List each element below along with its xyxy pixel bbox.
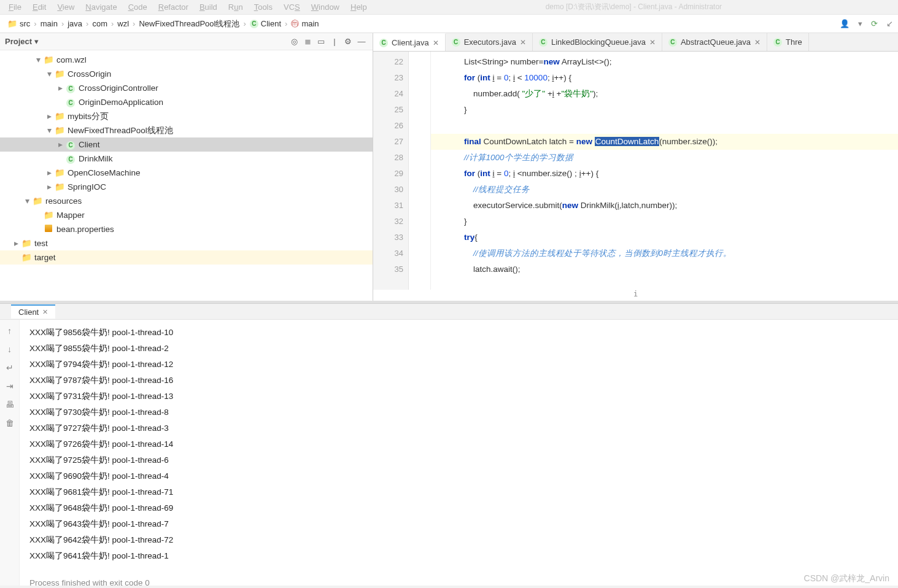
chevron-down-icon[interactable]	[22, 194, 32, 208]
tree-label: OpenCloseMachine	[68, 166, 141, 180]
chevron-right-icon[interactable]	[44, 109, 54, 123]
chevron-right-icon[interactable]	[55, 137, 65, 152]
close-icon[interactable]: ✕	[649, 38, 656, 47]
output-line: XXX喝了9731袋牛奶! pool-1-thread-13	[29, 389, 898, 404]
print-icon[interactable]	[6, 400, 14, 409]
chevron-right-icon[interactable]	[44, 166, 54, 180]
menu-vcs[interactable]: VCS	[279, 1, 305, 13]
run-panel: Client ✕ ⇥ XXX喝了9856袋牛奶! pool-1-thread-1…	[0, 303, 898, 586]
hide-icon[interactable]	[355, 36, 368, 48]
menu-help[interactable]: Help	[346, 1, 372, 13]
project-title[interactable]: Project	[5, 37, 32, 46]
tree-item-mapper[interactable]: 📁Mapper	[0, 208, 373, 222]
line-gutter: 2223242526272829303132333435	[373, 52, 409, 290]
crumb-com[interactable]: com	[90, 18, 110, 29]
tree-item-resources[interactable]: 📁resources	[0, 194, 373, 208]
tree-item-crossorigincontroller[interactable]: CCrossOriginController	[0, 81, 373, 95]
menu-navigate[interactable]: Navigate	[80, 1, 122, 13]
tree-item-springioc[interactable]: 📁SpringIOC	[0, 180, 373, 194]
class-icon: C	[668, 38, 677, 47]
tree-item-origindemoapplication[interactable]: COriginDemoApplication	[0, 95, 373, 109]
chevron-right-icon[interactable]	[11, 236, 21, 250]
crumb-class[interactable]: CClient	[247, 18, 284, 29]
output-line: XXX喝了9643袋牛奶! pool-1-thread-7	[29, 516, 898, 532]
output-line: XXX喝了9727袋牛奶! pool-1-thread-3	[29, 420, 898, 436]
tree-label: mybits分页	[68, 109, 109, 123]
menu-window[interactable]: Window	[306, 1, 344, 13]
tree-item-test[interactable]: 📁test	[0, 236, 373, 250]
user-icon[interactable]	[840, 19, 850, 28]
tab-linkedblockingqueue-java[interactable]: CLinkedBlockingQueue.java✕	[533, 33, 662, 51]
crumb-wzl[interactable]: wzl	[115, 18, 131, 29]
soft-wrap-icon[interactable]	[6, 363, 14, 373]
gear-icon[interactable]	[342, 36, 354, 48]
crumb-src[interactable]: 📁src	[5, 18, 33, 29]
output-line: XXX喝了9690袋牛奶! pool-1-thread-4	[29, 468, 898, 484]
tree-item-client[interactable]: CClient	[0, 137, 373, 152]
tree-item-target[interactable]: 📁target	[0, 250, 373, 265]
scroll-to-end-icon[interactable]: ⇥	[6, 381, 14, 391]
tree-item-mybits-[interactable]: 📁mybits分页	[0, 109, 373, 123]
project-dropdown-icon[interactable]	[34, 37, 39, 46]
menu-file[interactable]: File	[4, 1, 26, 13]
tree-item-drinkmilk[interactable]: CDrinkMilk	[0, 152, 373, 166]
menu-bar: File Edit View Navigate Code Refactor Bu…	[0, 0, 898, 15]
menu-run[interactable]: Run	[223, 1, 248, 13]
run-output[interactable]: XXX喝了9856袋牛奶! pool-1-thread-10XXX喝了9855袋…	[20, 320, 898, 586]
expand-all-icon[interactable]	[301, 36, 314, 48]
tab-abstractqueue-java[interactable]: CAbstractQueue.java✕	[662, 33, 767, 51]
locate-icon[interactable]	[288, 36, 300, 48]
editor-tabbar: CClient.java✕CExecutors.java✕CLinkedBloc…	[373, 33, 898, 52]
chevron-down-icon[interactable]	[44, 67, 54, 81]
down-icon[interactable]	[7, 344, 12, 354]
exit-line: Process finished with exit code 0	[29, 575, 898, 586]
tab-executors-java[interactable]: CExecutors.java✕	[446, 33, 533, 51]
close-icon[interactable]: ✕	[754, 38, 761, 47]
close-icon[interactable]: ✕	[433, 39, 439, 47]
close-icon[interactable]: ✕	[42, 308, 48, 316]
tree-label: com.wzl	[56, 53, 87, 67]
output-line: XXX喝了9726袋牛奶! pool-1-thread-14	[29, 436, 898, 452]
project-tree[interactable]: 📁com.wzl📁CrossOriginCCrossOriginControll…	[0, 50, 373, 301]
reload-icon[interactable]	[871, 19, 878, 28]
output-line: XXX喝了9787袋牛奶! pool-1-thread-16	[29, 373, 898, 389]
code-editor[interactable]: List<String> number=new ArrayList<>(); f…	[431, 52, 898, 290]
chevron-down-icon[interactable]	[33, 53, 43, 67]
code-area: 2223242526272829303132333435 List<String…	[373, 52, 898, 290]
caret-indicator: i	[373, 290, 898, 301]
tab-client-java[interactable]: CClient.java✕	[373, 33, 446, 51]
tree-label: test	[34, 236, 48, 250]
breadcrumb: 📁src main java com wzl NewFixedThreadPoo…	[0, 15, 898, 33]
close-icon[interactable]: ✕	[520, 38, 526, 47]
tree-item-crossorigin[interactable]: 📁CrossOrigin	[0, 67, 373, 81]
crumb-main[interactable]: main	[38, 18, 60, 29]
tab-thre[interactable]: CThre	[767, 33, 809, 51]
menu-refactor[interactable]: Refactor	[153, 1, 193, 13]
tree-item-bean-properties[interactable]: bean.properties	[0, 222, 373, 236]
tree-item-openclosemachine[interactable]: 📁OpenCloseMachine	[0, 166, 373, 180]
tree-item-newfixedthreadpool-[interactable]: 📁NewFixedThreadPool线程池	[0, 123, 373, 137]
menu-code[interactable]: Code	[123, 1, 152, 13]
up-icon[interactable]	[7, 326, 12, 336]
run-tab-client[interactable]: Client ✕	[11, 304, 55, 319]
chevron-down-icon[interactable]	[44, 123, 54, 137]
crumb-package[interactable]: NewFixedThreadPool线程池	[136, 17, 242, 31]
crumb-java[interactable]: java	[65, 18, 85, 29]
tree-label: target	[34, 250, 56, 265]
chevron-right-icon	[111, 19, 114, 28]
chevron-right-icon[interactable]	[55, 81, 65, 95]
menu-view[interactable]: View	[52, 1, 79, 13]
collapse-all-icon[interactable]	[315, 36, 327, 48]
output-line: XXX喝了9855袋牛奶! pool-1-thread-2	[29, 341, 898, 357]
tree-label: resources	[45, 194, 82, 208]
menu-build[interactable]: Build	[195, 1, 222, 13]
project-header: Project |	[0, 33, 373, 50]
tree-item-com-wzl[interactable]: 📁com.wzl	[0, 53, 373, 67]
chevron-right-icon[interactable]	[44, 180, 54, 194]
crumb-method[interactable]: ⓜmain	[288, 17, 321, 31]
output-line: XXX喝了9648袋牛奶! pool-1-thread-69	[29, 500, 898, 516]
menu-tools[interactable]: Tools	[249, 1, 277, 13]
menu-edit[interactable]: Edit	[28, 1, 51, 13]
output-line: XXX喝了9730袋牛奶! pool-1-thread-8	[29, 404, 898, 420]
trash-icon[interactable]	[6, 418, 14, 428]
